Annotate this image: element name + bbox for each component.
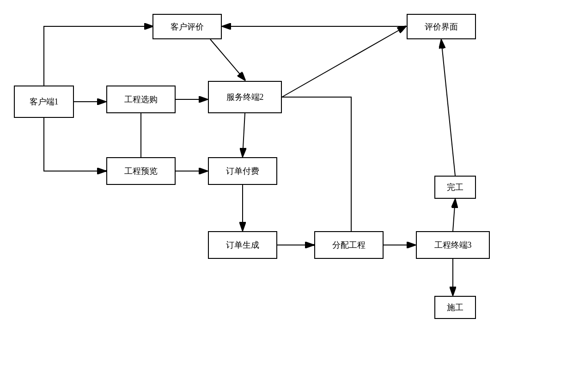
node-fenpeiGC: 分配工程 — [314, 231, 384, 259]
node-dingdansc: 订单生成 — [208, 231, 277, 259]
svg-line-11 — [453, 200, 455, 231]
node-kehuping: 客户评价 — [152, 14, 222, 39]
node-dingdanff: 订单付费 — [208, 157, 277, 185]
node-pingjiajm: 评价界面 — [407, 14, 476, 39]
node-fuwuzd: 服务终端2 — [208, 81, 282, 113]
svg-line-6 — [243, 113, 245, 156]
node-kehuduan: 客户端1 — [14, 86, 74, 118]
svg-line-12 — [441, 40, 455, 176]
diagram: 客户评价 评价界面 客户端1 工程选购 服务终端2 工程预览 订单付费 订单生成… — [0, 0, 573, 392]
node-gongchengylan: 工程预览 — [106, 157, 176, 185]
node-gongchengzd: 工程终端3 — [416, 231, 490, 259]
node-shigong: 施工 — [434, 296, 476, 319]
svg-line-4 — [282, 26, 406, 97]
node-gongchengxg: 工程选购 — [106, 86, 176, 113]
arrows-svg — [0, 0, 573, 392]
svg-line-3 — [210, 39, 245, 80]
node-wangong: 完工 — [434, 176, 476, 199]
